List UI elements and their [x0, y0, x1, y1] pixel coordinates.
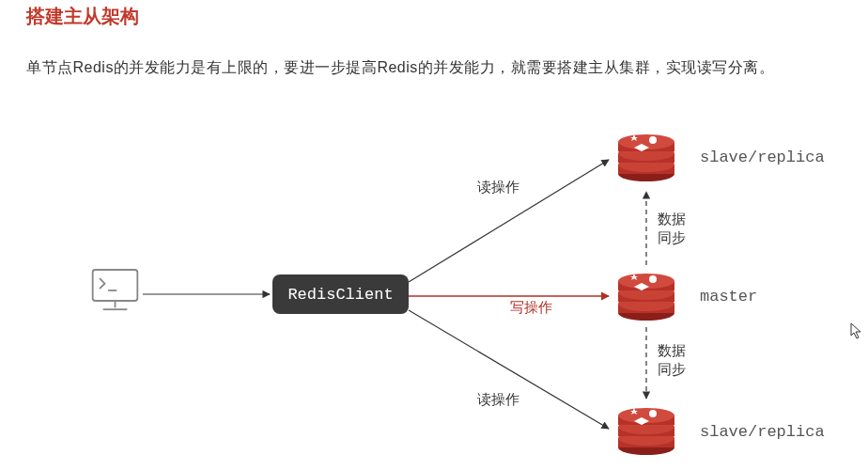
redis-slave-top-icon [613, 127, 679, 183]
edge-sync-top-2: 同步 [658, 229, 686, 247]
edge-sync-bottom-2: 同步 [658, 361, 686, 379]
page-title: 搭建主从架构 [26, 4, 139, 29]
svg-point-28 [649, 275, 657, 283]
svg-point-18 [649, 136, 657, 144]
svg-rect-6 [93, 270, 138, 301]
edge-sync-top-1: 数据 [658, 211, 686, 228]
edge-write: 写操作 [510, 299, 552, 317]
master-label: master [700, 288, 757, 306]
terminal-icon [89, 266, 141, 315]
redis-client-label: RedisClient [287, 286, 393, 304]
redis-master-icon [613, 266, 679, 322]
cursor-icon [850, 322, 863, 343]
slave-bottom-label: slave/replica [700, 423, 825, 441]
redis-client-box: RedisClient [272, 274, 409, 314]
edge-read-bottom: 读操作 [477, 391, 519, 409]
page-subtitle: 单节点Redis的并发能力是有上限的，要进一步提高Redis的并发能力，就需要搭… [26, 58, 774, 78]
svg-point-38 [649, 410, 657, 417]
redis-slave-bottom-icon [613, 400, 679, 457]
edge-sync-bottom-1: 数据 [658, 342, 686, 360]
svg-line-3 [409, 310, 609, 429]
slave-top-label: slave/replica [700, 149, 825, 166]
edge-read-top: 读操作 [477, 179, 519, 196]
